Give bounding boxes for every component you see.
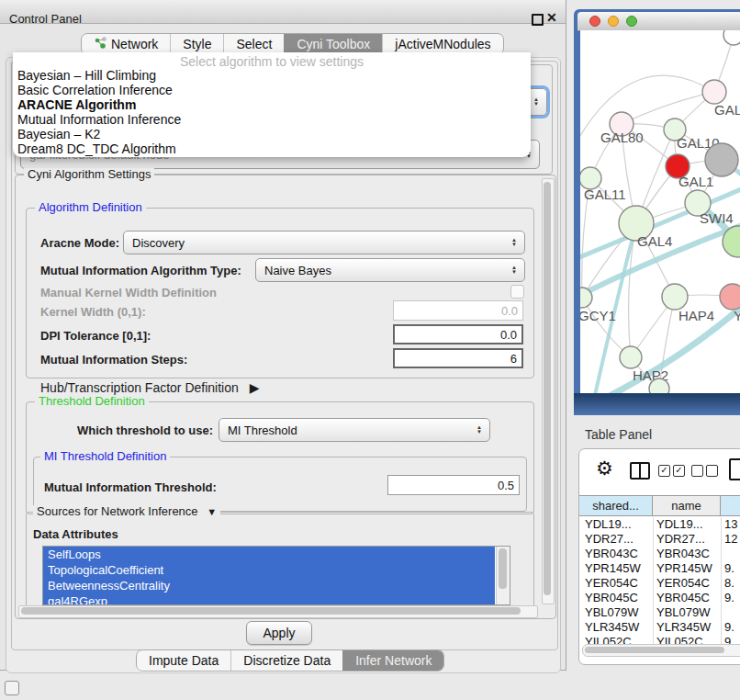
settings-group-title: Cyni Algorithm Settings [24, 168, 154, 181]
dpi-tolerance-label: DPI Tolerance [0,1]: [40, 329, 151, 343]
deselect-checkbox-icon[interactable] [691, 465, 703, 477]
deselect-checkbox-icon[interactable] [706, 465, 718, 477]
attribute-list-item[interactable]: gal4RGexp [43, 593, 495, 605]
zoom-traffic-light[interactable] [626, 16, 637, 27]
table-cell[interactable]: YDL19... [656, 517, 703, 532]
table-cell[interactable]: 9. [724, 620, 734, 635]
network-node[interactable] [705, 143, 738, 176]
collapse-down-icon[interactable]: ▼ [207, 506, 217, 517]
table-cell[interactable]: YER054C [656, 576, 710, 591]
column-header[interactable] [721, 495, 740, 516]
settings-horizontal-scrollbar[interactable] [18, 605, 538, 618]
table-cell[interactable]: 9. [724, 591, 734, 605]
tab-jactivemnodules[interactable]: jActiveMNodules [382, 34, 502, 54]
algorithm-option[interactable]: Bayesian – K2 [17, 127, 100, 141]
tab-cyni-toolbox[interactable]: Cyni Toolbox [284, 34, 382, 54]
network-node-hap2[interactable] [620, 346, 642, 368]
network-node[interactable] [649, 378, 669, 393]
close-icon[interactable]: ✕ [546, 10, 557, 25]
scrollbar-thumb[interactable] [499, 548, 507, 589]
scrollbar-thumb[interactable] [544, 182, 551, 595]
network-view-titlebar[interactable] [577, 12, 740, 31]
network-node-gal[interactable] [702, 80, 726, 104]
kernel-width-label: Kernel Width (0,1): [40, 305, 146, 319]
tab-label: Style [183, 37, 211, 51]
network-canvas[interactable]: GALGAL80GAL10GAL1GAL11SWI4GAL4GCY1HAP4YH… [580, 30, 740, 393]
dpi-tolerance-input[interactable]: 0.0 [393, 324, 523, 344]
close-traffic-light[interactable] [589, 16, 600, 27]
scrollbar-thumb[interactable] [21, 607, 521, 615]
mi-algorithm-type-combo[interactable]: Naive Bayes ▲▼ [255, 258, 525, 282]
table-cell[interactable]: YBR045C [585, 591, 638, 605]
algorithm-option[interactable]: ARACNE Algorithm [17, 97, 136, 112]
column-layout-icon[interactable] [630, 462, 650, 480]
table-cell[interactable]: 9. [724, 561, 734, 576]
table-cell[interactable]: 13 [724, 517, 737, 532]
algorithm-option[interactable]: Mutual Information Inference [17, 112, 181, 127]
table-cell[interactable]: YBL079W [585, 605, 639, 620]
cyni-mode-tabs: Impute DataDiscretize DataInfer Network [136, 649, 444, 672]
table-cell[interactable]: YBR043C [585, 547, 638, 561]
minimized-panel-icon[interactable] [5, 681, 19, 695]
table-horizontal-scrollbar[interactable] [582, 644, 740, 657]
scrollbar-thumb[interactable] [585, 647, 724, 653]
table-cell[interactable]: YLR345W [585, 620, 639, 635]
apply-button[interactable]: Apply [246, 621, 312, 645]
dropdown-prompt: Select algorithm to view settings [13, 54, 531, 69]
table-cell[interactable]: YDR27... [585, 532, 633, 547]
table-cell[interactable]: YBR045C [656, 591, 710, 605]
network-node-y[interactable] [720, 284, 740, 310]
which-threshold-combo[interactable]: MI Threshold ▲▼ [219, 418, 490, 442]
tab-network[interactable]: Network [82, 34, 170, 54]
algorithm-option[interactable]: Dream8 DC_TDC Algorithm [17, 141, 176, 156]
hub-factor-expander[interactable]: Hub/Transcription Factor Definition ▶ [40, 380, 259, 395]
aracne-mode-label: Aracne Mode: [40, 236, 119, 250]
table-cell[interactable]: YDR27... [656, 532, 705, 547]
settings-vertical-scrollbar[interactable] [542, 178, 555, 604]
control-panel-title: Control Panel [9, 12, 82, 26]
table-cell[interactable]: YPR145W [585, 561, 641, 576]
settings-gear-icon[interactable]: ⚙ [596, 459, 613, 478]
select-all-checkbox-icon[interactable]: ✓ [658, 465, 670, 477]
table-cell[interactable]: YDL19... [585, 517, 632, 532]
tab-impute-data[interactable]: Impute Data [137, 650, 230, 671]
sources-group-title[interactable]: Sources for Network Inference ▼ [33, 505, 220, 518]
tab-label: Select [236, 37, 272, 51]
attribute-list-item[interactable]: TopologicalCoefficient [43, 562, 495, 578]
column-header-name[interactable]: name [653, 495, 721, 516]
network-node-hap4[interactable] [662, 284, 688, 310]
attribute-list-item[interactable]: BetweennessCentrality [43, 578, 495, 593]
manual-kernel-checkbox[interactable] [510, 285, 524, 299]
network-node[interactable] [723, 30, 740, 45]
list-vertical-scrollbar[interactable] [496, 547, 510, 604]
table-cell[interactable]: YPR145W [656, 561, 712, 576]
network-edge [622, 92, 714, 124]
tab-style[interactable]: Style [170, 34, 223, 54]
float-window-icon[interactable] [532, 14, 544, 26]
attribute-list-item[interactable]: SelfLoops [43, 547, 495, 562]
select-all-checkbox-icon[interactable]: ✓ [673, 465, 685, 477]
algorithm-definition-title: Algorithm Definition [35, 201, 146, 214]
kernel-width-input[interactable]: 0.0 [393, 300, 523, 321]
table-cell[interactable]: YBR043C [656, 547, 710, 561]
mi-threshold-input[interactable]: 0.5 [387, 475, 520, 495]
table-cell[interactable]: YLR345W [656, 620, 711, 635]
expand-right-icon[interactable]: ▶ [250, 380, 260, 395]
column-header-shared[interactable]: shared... [579, 495, 653, 516]
data-attributes-list[interactable]: SelfLoopsTopologicalCoefficientBetweenne… [42, 546, 510, 605]
table-options-icon[interactable] [729, 458, 740, 480]
algorithm-option[interactable]: Basic Correlation Inference [17, 83, 173, 97]
table-cell[interactable]: YER054C [585, 576, 638, 591]
table-cell[interactable]: YBL079W [656, 605, 711, 620]
aracne-mode-combo[interactable]: Discovery ▲▼ [123, 231, 525, 254]
control-panel-titlebar[interactable] [0, 0, 566, 24]
tab-infer-network[interactable]: Infer Network [342, 650, 443, 671]
mi-steps-label: Mutual Information Steps: [40, 353, 187, 367]
tab-discretize-data[interactable]: Discretize Data [230, 650, 342, 671]
table-cell[interactable]: 8. [724, 576, 734, 591]
tab-select[interactable]: Select [223, 34, 284, 54]
algorithm-option[interactable]: Bayesian – Hill Climbing [17, 68, 156, 83]
minimize-traffic-light[interactable] [608, 16, 619, 27]
mi-steps-input[interactable]: 6 [393, 348, 523, 368]
table-cell[interactable]: 12 [724, 532, 737, 547]
